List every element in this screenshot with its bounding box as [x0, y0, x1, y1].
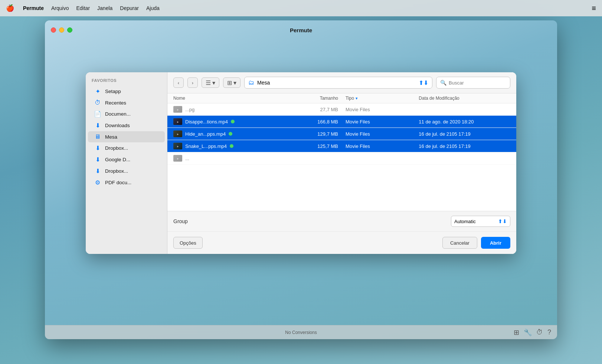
list-view-arrow: ▾: [212, 79, 215, 86]
menu-extra-icon[interactable]: ≡: [592, 4, 596, 13]
path-arrows-icon[interactable]: ⬆⬇: [419, 79, 428, 86]
grid-view-arrow: ▾: [233, 79, 236, 86]
cancelar-button[interactable]: Cancelar: [442, 237, 477, 249]
statusbar-clock-icon[interactable]: ⏱: [536, 328, 543, 336]
statusbar: No Conversions ⊞ 🔧 ⏱ ?: [45, 325, 557, 339]
file-list-header: Nome Tamanho Tipo ▾ Data de Modificação: [167, 93, 516, 103]
sidebar-section-title: Favoritos: [86, 78, 167, 86]
file-status-icon: [230, 144, 233, 148]
search-input[interactable]: [449, 80, 506, 86]
file-name-text: Snake_L...pps.mp4: [185, 143, 227, 149]
sidebar-label-googledrive: Google D...: [105, 157, 130, 162]
file-name-text: ...pg: [185, 107, 194, 112]
sidebar-item-googledrive[interactable]: ⬇ Google D...: [88, 154, 165, 165]
app-name[interactable]: Permute: [23, 5, 44, 11]
file-status-icon: [229, 132, 232, 136]
sidebar-label-dropbox1: Dropbox...: [105, 145, 128, 151]
window-controls: [51, 27, 72, 33]
dropbox2-icon: ⬇: [94, 168, 101, 175]
col-header-size[interactable]: Tamanho: [283, 96, 346, 101]
menu-janela[interactable]: Janela: [97, 5, 112, 11]
sort-icon: ▾: [356, 96, 358, 101]
group-select-arrows-icon: ⬆⬇: [498, 218, 507, 224]
action-row: Opções Cancelar Abrir: [167, 232, 516, 254]
sidebar: Favoritos ✦ Setapp ⏱ Recentes 📄 Documen.…: [86, 72, 167, 254]
sidebar-item-pdfdoc[interactable]: ⚙ PDF docu...: [88, 177, 165, 188]
file-type: Movie Files: [346, 119, 419, 125]
col-header-type[interactable]: Tipo ▾: [346, 96, 419, 101]
downloads-icon: ⬇: [94, 122, 101, 129]
mesa-icon: 🖥: [94, 133, 101, 140]
file-name-text: ...: [185, 156, 189, 161]
window-title: Permute: [290, 27, 312, 33]
group-select[interactable]: Automatic ⬆⬇: [451, 216, 510, 227]
sidebar-item-documentos[interactable]: 📄 Documen...: [88, 108, 165, 120]
statusbar-text: No Conversions: [285, 330, 317, 335]
file-type: Movie Files: [346, 143, 419, 149]
file-list: ▶ ...pg 27,7 MB Movie Files ▶ Disappe...…: [167, 103, 516, 211]
sidebar-label-mesa: Mesa: [105, 134, 117, 140]
path-bar[interactable]: 🗂 Mesa ⬆⬇: [244, 77, 432, 89]
dialog-toolbar: ‹ › ☰ ▾ ⊞ ▾ 🗂 Mesa ⬆⬇ 🔍: [167, 72, 516, 93]
back-button[interactable]: ‹: [173, 77, 184, 88]
maximize-button[interactable]: [67, 27, 72, 33]
main-window: Permute Favoritos ✦ Setapp ⏱ Recentes 📄 …: [45, 20, 557, 339]
sidebar-item-mesa[interactable]: 🖥 Mesa: [88, 131, 165, 142]
file-type: Movie Files: [346, 131, 419, 137]
statusbar-icons: ⊞ 🔧 ⏱ ?: [514, 328, 551, 337]
apple-menu[interactable]: 🍎: [6, 4, 14, 12]
documentos-icon: 📄: [94, 110, 101, 118]
sidebar-item-setapp[interactable]: ✦ Setapp: [88, 86, 165, 97]
close-button[interactable]: [51, 27, 56, 33]
menubar: 🍎 Permute Arquivo Editar Janela Depurar …: [0, 0, 602, 16]
opcoes-button[interactable]: Opções: [173, 237, 203, 249]
grid-view-button[interactable]: ⊞ ▾: [223, 77, 241, 88]
menu-arquivo[interactable]: Arquivo: [51, 5, 69, 11]
minimize-button[interactable]: [59, 27, 64, 33]
table-row[interactable]: ▶ Disappe...tions.mp4 166,8 MB Movie Fil…: [167, 116, 516, 128]
group-select-text: Automatic: [454, 219, 496, 224]
googledrive-icon: ⬇: [94, 156, 101, 163]
forward-button[interactable]: ›: [187, 77, 198, 88]
menu-depurar[interactable]: Depurar: [120, 5, 139, 11]
list-view-button[interactable]: ☰ ▾: [202, 77, 219, 88]
sidebar-label-setapp: Setapp: [105, 89, 121, 94]
table-row[interactable]: ▶ Snake_L...pps.mp4 125,7 MB Movie Files…: [167, 140, 516, 152]
file-date: 16 de jul. de 2105 17:19: [419, 131, 510, 137]
file-type: Movie Files: [346, 107, 419, 112]
dialog-main: ‹ › ☰ ▾ ⊞ ▾ 🗂 Mesa ⬆⬇ 🔍: [167, 72, 516, 254]
col-header-name[interactable]: Nome: [173, 96, 283, 101]
open-dialog: Favoritos ✦ Setapp ⏱ Recentes 📄 Documen.…: [86, 72, 516, 254]
path-text: Mesa: [257, 80, 416, 86]
sidebar-item-downloads[interactable]: ⬇ Downloads: [88, 120, 165, 131]
search-icon: 🔍: [440, 80, 446, 86]
list-icon: ☰: [206, 79, 211, 86]
statusbar-tool-icon[interactable]: 🔧: [524, 328, 532, 337]
sidebar-item-dropbox2[interactable]: ⬇ Dropbox...: [88, 165, 165, 177]
pdfdoc-icon: ⚙: [94, 179, 101, 186]
menu-editar[interactable]: Editar: [76, 5, 90, 11]
titlebar: Permute: [45, 20, 557, 40]
table-row[interactable]: ▶ ...pg 27,7 MB Movie Files: [167, 103, 516, 116]
abrir-button[interactable]: Abrir: [481, 237, 510, 249]
col-header-date[interactable]: Data de Modificação: [419, 96, 510, 101]
search-bar[interactable]: 🔍: [436, 77, 510, 89]
file-status-icon: [231, 120, 235, 123]
group-row: Group Automatic ⬆⬇: [167, 211, 516, 232]
recentes-icon: ⏱: [94, 99, 101, 106]
statusbar-help-icon[interactable]: ?: [547, 328, 551, 336]
file-date: 11 de ago. de 2020 18:20: [419, 119, 510, 125]
table-row[interactable]: ▶ ...: [167, 152, 516, 165]
file-size: 27,7 MB: [283, 107, 346, 112]
file-size: 166,8 MB: [283, 119, 346, 125]
sidebar-label-dropbox2: Dropbox...: [105, 168, 128, 174]
dropbox1-icon: ⬇: [94, 145, 101, 152]
statusbar-grid-icon[interactable]: ⊞: [514, 328, 519, 337]
sidebar-label-documentos: Documen...: [105, 111, 131, 117]
sidebar-label-downloads: Downloads: [105, 123, 130, 128]
sidebar-item-dropbox1[interactable]: ⬇ Dropbox...: [88, 142, 165, 154]
sidebar-item-recentes[interactable]: ⏱ Recentes: [88, 97, 165, 108]
setapp-icon: ✦: [94, 88, 101, 95]
table-row[interactable]: ▶ Hide_an...pps.mp4 129,7 MB Movie Files…: [167, 128, 516, 140]
menu-ajuda[interactable]: Ajuda: [146, 5, 160, 11]
